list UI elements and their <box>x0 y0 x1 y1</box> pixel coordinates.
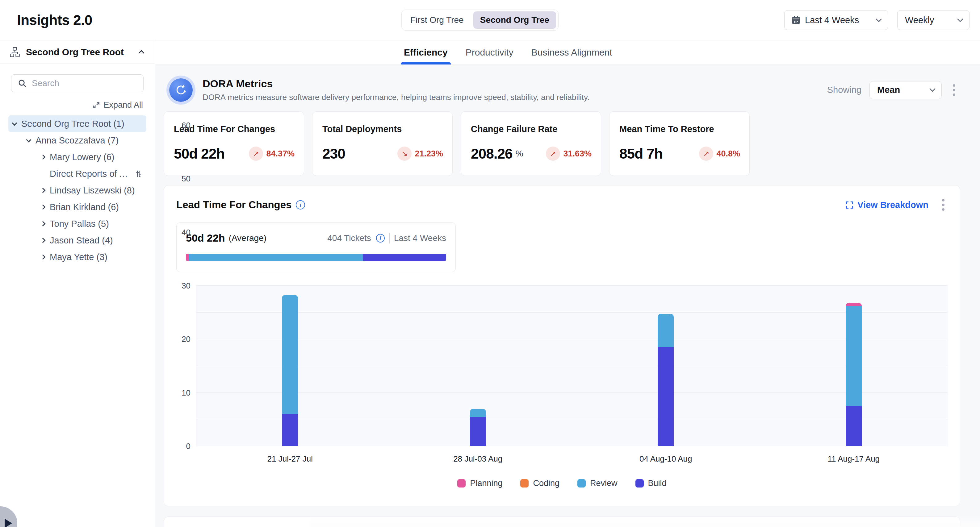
tree-item-tony-pallas-5[interactable]: Tony Pallas (5) <box>8 215 146 232</box>
tree-item-label: Tony Pallas (5) <box>50 219 109 229</box>
tree-item-brian-kirkland-6[interactable]: Brian Kirkland (6) <box>8 199 146 215</box>
metric-card-total-deployments: Total Deployments230↘21.23% <box>312 111 453 176</box>
bar-segment-review <box>846 306 862 406</box>
period-label: Last 4 Weeks <box>394 233 446 243</box>
chart-plot-area: 0102030405060 <box>196 286 948 446</box>
legend-item-build[interactable]: Build <box>635 479 667 488</box>
bar-segment-planning <box>846 303 862 306</box>
bar-segment-build <box>658 347 674 446</box>
topbar-controls: Last 4 Weeks Weekly <box>784 10 969 30</box>
legend-item-planning[interactable]: Planning <box>457 479 502 488</box>
tab-business-alignment[interactable]: Business Alignment <box>531 40 612 65</box>
filter-icon[interactable] <box>134 169 143 178</box>
info-icon[interactable]: i <box>376 234 385 243</box>
x-axis-label: 11 Aug-17 Aug <box>760 454 948 464</box>
toggle-option-second-org-tree[interactable]: Second Org Tree <box>473 11 556 29</box>
x-axis-label: 21 Jul-27 Jul <box>196 454 384 464</box>
sidebar-collapse-chevron-icon[interactable] <box>138 50 145 56</box>
trend-up-icon: ↗ <box>699 146 713 161</box>
tree-item-label: Mary Lowery (6) <box>50 152 115 162</box>
expand-frame-icon <box>845 201 854 209</box>
bar-slot-28-jul-03-aug <box>384 286 572 446</box>
sidebar-search[interactable] <box>11 75 143 92</box>
metric-value-row: 208.26%↗31.63% <box>471 145 592 162</box>
tree-item-second-org-tree-root-1[interactable]: Second Org Tree Root (1) <box>8 115 146 132</box>
legend-swatch <box>635 479 644 487</box>
org-tree-icon <box>9 47 21 58</box>
x-axis-label: 04 Aug-10 Aug <box>572 454 760 464</box>
distribution-segment-build <box>363 254 446 261</box>
bar-11-aug-17-aug[interactable] <box>846 303 862 446</box>
legend-item-coding[interactable]: Coding <box>520 479 560 488</box>
granularity-select[interactable]: Weekly <box>897 10 969 30</box>
y-axis-label: 30 <box>181 281 191 290</box>
chart-legend: PlanningCodingReviewBuild <box>176 479 948 506</box>
legend-label: Build <box>648 479 667 488</box>
chevron-right-icon[interactable] <box>40 221 46 227</box>
tree-item-maya-yette-3[interactable]: Maya Yette (3) <box>8 249 146 265</box>
granularity-value: Weekly <box>905 15 934 25</box>
tab-productivity[interactable]: Productivity <box>466 40 514 65</box>
bar-28-jul-03-aug[interactable] <box>470 409 486 446</box>
chart-x-labels: 21 Jul-27 Jul28 Jul-03 Aug04 Aug-10 Aug1… <box>196 454 948 464</box>
tree-item-anna-scozzafava-7[interactable]: Anna Scozzafava (7) <box>8 132 146 149</box>
metric-value: 50d 22h <box>174 145 224 162</box>
aggregation-select[interactable]: Mean <box>869 81 942 99</box>
lead-time-menu-button[interactable] <box>939 197 948 213</box>
bar-segment-review <box>470 409 486 417</box>
search-input[interactable] <box>32 78 137 88</box>
chevron-right-icon[interactable] <box>40 238 46 243</box>
dora-menu-button[interactable] <box>950 82 958 98</box>
dora-header: DORA Metrics DORA metrics measure softwa… <box>167 78 958 102</box>
chevron-down-icon <box>876 16 882 22</box>
tab-efficiency[interactable]: Efficiency <box>404 40 448 65</box>
tree-item-mary-lowery-6[interactable]: Mary Lowery (6) <box>8 149 146 165</box>
metric-delta-badge: ↘21.23% <box>398 146 443 161</box>
dora-title: DORA Metrics <box>202 78 589 90</box>
y-axis-label: 60 <box>181 121 191 130</box>
bar-21-jul-27-jul[interactable] <box>282 295 298 446</box>
tabs: EfficiencyProductivityBusiness Alignment <box>404 40 612 65</box>
tree-item-direct-reports-of-a[interactable]: Direct Reports of A... <box>8 165 146 182</box>
date-range-select[interactable]: Last 4 Weeks <box>784 10 888 30</box>
app-title: Insights 2.0 <box>17 12 92 29</box>
metric-value-row: 85d 7h↗40.8% <box>619 145 740 162</box>
chevron-right-icon[interactable] <box>40 254 46 260</box>
tree-item-jason-stead-4[interactable]: Jason Stead (4) <box>8 232 146 249</box>
content: DORA Metrics DORA metrics measure softwa… <box>155 65 980 527</box>
tabs-bar: EfficiencyProductivityBusiness Alignment <box>155 40 980 65</box>
metric-delta-badge: ↗84.37% <box>249 146 294 161</box>
metric-card-change-failure-rate: Change Failure Rate208.26%↗31.63% <box>461 111 601 176</box>
legend-swatch <box>457 479 466 487</box>
distribution-segment-review <box>189 254 363 261</box>
sidebar-resize-handle[interactable] <box>0 506 17 527</box>
toggle-option-first-org-tree[interactable]: First Org Tree <box>402 10 472 30</box>
main-area: EfficiencyProductivityBusiness Alignment… <box>155 40 980 527</box>
tree-item-lindsay-liszewski-8[interactable]: Lindsay Liszewski (8) <box>8 182 146 199</box>
distribution-segment-planning <box>186 254 189 261</box>
sidebar-root-title: Second Org Tree Root <box>26 47 124 57</box>
metric-value: 208.26 <box>471 145 512 162</box>
chevron-down-icon[interactable] <box>26 137 32 142</box>
chevron-right-icon[interactable] <box>40 155 46 160</box>
org-tree: Second Org Tree Root (1)Anna Scozzafava … <box>0 112 155 265</box>
metric-card-title: Lead Time For Changes <box>174 124 294 134</box>
y-axis-label: 20 <box>181 335 191 344</box>
info-icon[interactable]: i <box>296 200 305 210</box>
bar-04-aug-10-aug[interactable] <box>658 314 674 446</box>
expand-all-button[interactable]: Expand All <box>12 100 143 110</box>
chevron-right-icon[interactable] <box>40 188 46 193</box>
metric-card-title: Change Failure Rate <box>471 124 592 134</box>
metric-delta-value: 31.63% <box>563 149 592 159</box>
y-axis-label: 50 <box>181 174 191 184</box>
expand-arrows-icon <box>92 101 100 109</box>
deployment-frequency-panel: Deployment Frequency i View Breakdown <box>164 516 960 527</box>
chevron-down-icon[interactable] <box>12 120 17 125</box>
metric-card-mean-time-to-restore: Mean Time To Restore85d 7h↗40.8% <box>609 111 750 176</box>
aggregation-value: Mean <box>877 85 900 95</box>
chevron-right-icon[interactable] <box>40 205 46 210</box>
legend-item-review[interactable]: Review <box>578 479 617 488</box>
trend-up-icon: ↗ <box>546 146 560 161</box>
lead-time-view-breakdown-link[interactable]: View Breakdown <box>845 200 928 210</box>
metric-card-title: Total Deployments <box>322 124 443 134</box>
